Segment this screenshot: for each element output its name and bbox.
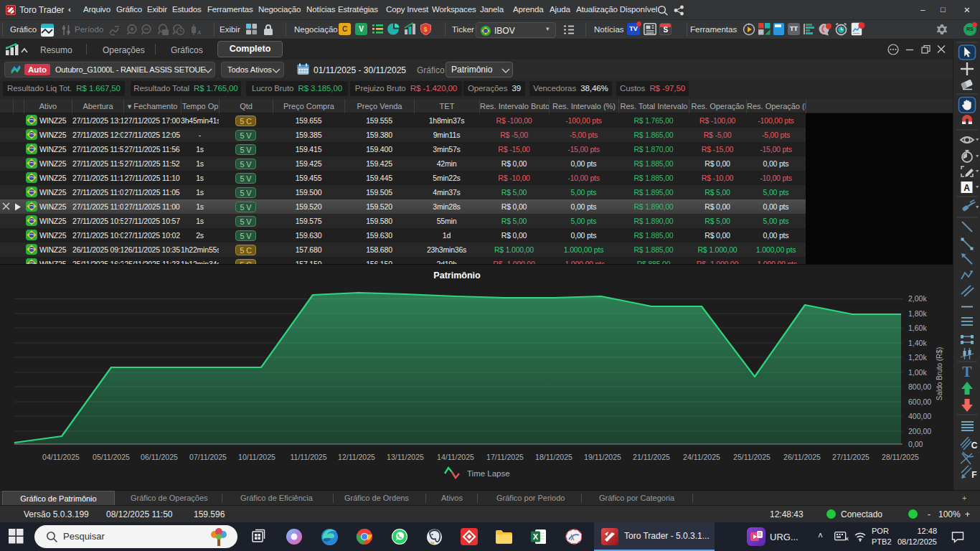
svg-text:800,00: 800,00 <box>908 382 931 391</box>
svg-text:14/11/2025: 14/11/2025 <box>437 453 474 461</box>
svg-text:12/11/2025: 12/11/2025 <box>338 453 375 461</box>
svg-text:21/11/2025: 21/11/2025 <box>633 453 670 461</box>
svg-text:A: A <box>197 29 201 36</box>
svg-text:$: $ <box>424 26 428 33</box>
svg-text:X: X <box>533 532 539 541</box>
svg-text:1,60k: 1,60k <box>908 324 927 332</box>
svg-text:T: T <box>962 364 972 380</box>
svg-text:600,00: 600,00 <box>908 397 931 406</box>
svg-text:11/11/2025: 11/11/2025 <box>291 453 327 461</box>
svg-text:05/11/2025: 05/11/2025 <box>93 453 130 461</box>
svg-text:13/11/2025: 13/11/2025 <box>387 453 424 461</box>
svg-text:Time Lapse: Time Lapse <box>467 469 510 478</box>
svg-text:0,00: 0,00 <box>908 440 923 448</box>
svg-text:F: F <box>971 470 976 480</box>
svg-text:19/11/2025: 19/11/2025 <box>584 453 621 461</box>
svg-text:18/11/2025: 18/11/2025 <box>535 453 573 461</box>
svg-text:24/11/2025: 24/11/2025 <box>683 453 720 461</box>
svg-text:1,80k: 1,80k <box>908 309 927 318</box>
svg-text:Patrimônio: Patrimônio <box>433 270 481 281</box>
svg-text:06/11/2025: 06/11/2025 <box>141 453 178 461</box>
svg-text:10/11/2025: 10/11/2025 <box>238 453 275 461</box>
svg-text:17/11/2025: 17/11/2025 <box>486 453 524 461</box>
svg-text:26/11/2025: 26/11/2025 <box>783 453 821 461</box>
svg-text:28/11/2025: 28/11/2025 <box>882 453 919 461</box>
svg-text:04/11/2025: 04/11/2025 <box>42 453 80 461</box>
svg-text:1,20k: 1,20k <box>908 353 927 362</box>
svg-text:A: A <box>963 183 970 193</box>
svg-text:07/11/2025: 07/11/2025 <box>189 453 227 461</box>
svg-text:C: C <box>971 441 978 451</box>
svg-text:✕: ✕ <box>844 536 849 542</box>
svg-text:25/11/2025: 25/11/2025 <box>733 453 771 461</box>
svg-text:200,00: 200,00 <box>908 427 931 435</box>
svg-text:Saldo Bruto (R$): Saldo Bruto (R$) <box>936 347 943 400</box>
svg-text:27/11/2025: 27/11/2025 <box>832 453 870 461</box>
svg-text:1,40k: 1,40k <box>908 339 927 347</box>
svg-text:2,00k: 2,00k <box>908 294 927 303</box>
svg-text:400,00: 400,00 <box>908 412 931 420</box>
svg-text:1,00k: 1,00k <box>908 368 927 377</box>
